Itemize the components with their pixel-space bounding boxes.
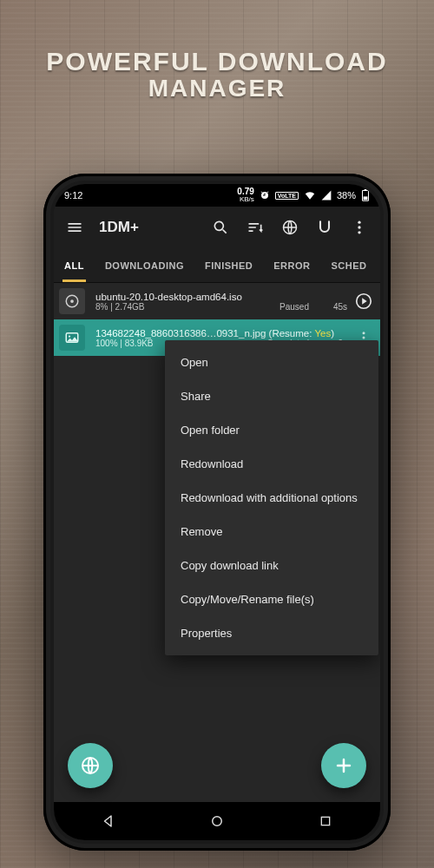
download-item[interactable]: ubuntu-20.10-desktop-amd64.iso 8% | 2.74… bbox=[54, 283, 380, 319]
headline-line-2: manager bbox=[0, 76, 434, 102]
svg-point-17 bbox=[213, 817, 222, 826]
wifi-icon bbox=[304, 190, 316, 201]
menu-item-remove[interactable]: Remove bbox=[165, 515, 378, 549]
plus-icon bbox=[333, 755, 354, 776]
download-meta: 8% | 2.74GB Paused 45s bbox=[95, 302, 347, 312]
download-filename: 134682248_8860316386…0931_n.jpg (Resume:… bbox=[95, 328, 347, 339]
android-nav-bar bbox=[54, 802, 380, 840]
signal-icon bbox=[321, 190, 332, 201]
file-type-icon bbox=[59, 325, 85, 351]
circle-home-icon bbox=[209, 813, 225, 829]
more-vert-icon bbox=[351, 219, 368, 236]
nav-home[interactable] bbox=[191, 808, 243, 834]
globe-icon bbox=[80, 755, 101, 776]
svg-rect-1 bbox=[365, 189, 367, 190]
svg-rect-18 bbox=[322, 817, 330, 825]
svg-point-13 bbox=[363, 332, 365, 334]
search-button[interactable] bbox=[205, 212, 236, 243]
tab-finished[interactable]: FINISHED bbox=[194, 248, 263, 282]
battery-icon bbox=[361, 189, 370, 201]
svg-point-6 bbox=[358, 226, 360, 228]
tab-error[interactable]: ERROR bbox=[263, 248, 320, 282]
overflow-button[interactable] bbox=[344, 212, 375, 243]
app-title: 1DM+ bbox=[99, 219, 139, 236]
fab-add[interactable] bbox=[321, 743, 366, 788]
menu-item-open[interactable]: Open bbox=[165, 345, 378, 379]
tab-all[interactable]: ALL bbox=[54, 248, 95, 282]
menu-item-redownload[interactable]: Redownload bbox=[165, 447, 378, 481]
nav-back[interactable] bbox=[82, 808, 135, 834]
menu-item-redownload-options[interactable]: Redownload with additional options bbox=[165, 481, 378, 515]
square-recents-icon bbox=[319, 814, 332, 828]
hamburger-icon bbox=[66, 219, 83, 236]
menu-button[interactable] bbox=[59, 212, 90, 243]
resume-button[interactable] bbox=[351, 292, 377, 311]
menu-item-share[interactable]: Share bbox=[165, 379, 378, 413]
network-rate: 0.79 KB/s bbox=[237, 187, 253, 203]
sort-button[interactable] bbox=[240, 212, 271, 243]
status-bar: 9:12 0.79 KB/s VoLTE 38% bbox=[54, 184, 380, 207]
promo-headline: Powerful download manager bbox=[0, 0, 434, 102]
browser-button[interactable] bbox=[274, 212, 306, 243]
menu-item-copy-move-rename[interactable]: Copy/Move/Rename file(s) bbox=[165, 582, 378, 616]
phone-screen: 9:12 0.79 KB/s VoLTE 38% bbox=[54, 184, 380, 840]
play-circle-icon bbox=[354, 292, 373, 311]
magnet-button[interactable] bbox=[309, 212, 340, 243]
file-type-icon bbox=[59, 288, 85, 314]
battery-percent: 38% bbox=[337, 190, 356, 201]
search-icon bbox=[212, 219, 229, 236]
headline-line-1: Powerful download bbox=[0, 47, 434, 76]
globe-icon bbox=[281, 219, 299, 236]
fab-browser[interactable] bbox=[68, 743, 113, 788]
svg-point-7 bbox=[358, 231, 360, 233]
menu-item-copy-link[interactable]: Copy download link bbox=[165, 549, 378, 582]
svg-point-3 bbox=[214, 221, 223, 230]
download-filename: ubuntu-20.10-desktop-amd64.iso bbox=[95, 292, 347, 302]
tab-scheduled[interactable]: SCHED bbox=[321, 248, 371, 282]
magnet-icon bbox=[316, 219, 333, 236]
svg-point-5 bbox=[358, 221, 360, 224]
tab-bar: ALL DOWNLOADING FINISHED ERROR SCHED bbox=[54, 248, 380, 283]
svg-point-14 bbox=[363, 337, 365, 339]
nav-recents[interactable] bbox=[299, 808, 352, 834]
app-bar: 1DM+ bbox=[54, 207, 380, 248]
triangle-back-icon bbox=[101, 813, 116, 829]
status-time: 9:12 bbox=[64, 190, 82, 201]
context-menu: Open Share Open folder Redownload Redown… bbox=[165, 340, 378, 655]
tab-downloading[interactable]: DOWNLOADING bbox=[95, 248, 194, 282]
sort-icon bbox=[247, 219, 264, 236]
phone-frame: 9:12 0.79 KB/s VoLTE 38% bbox=[43, 174, 391, 851]
menu-item-properties[interactable]: Properties bbox=[165, 616, 378, 650]
svg-rect-2 bbox=[364, 196, 368, 200]
svg-point-9 bbox=[70, 299, 74, 303]
volte-badge: VoLTE bbox=[275, 192, 299, 200]
alarm-icon bbox=[260, 190, 270, 201]
svg-point-12 bbox=[69, 335, 70, 337]
menu-item-open-folder[interactable]: Open folder bbox=[165, 413, 378, 447]
